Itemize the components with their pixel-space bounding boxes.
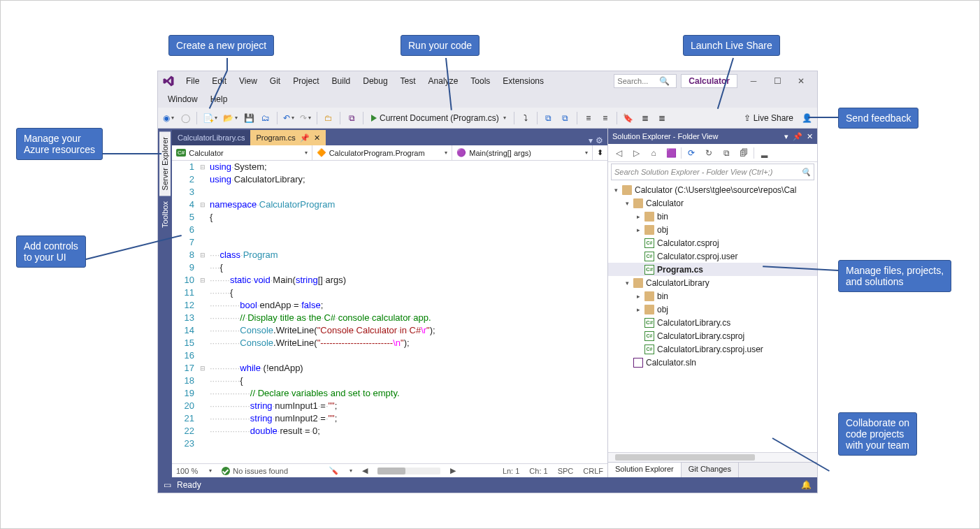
attach-process-button[interactable]: ⧉ <box>344 110 359 126</box>
menu-extensions[interactable]: Extensions <box>497 73 549 89</box>
indent-more-icon[interactable]: ≡ <box>598 110 613 126</box>
server-explorer-tab[interactable]: Server Explorer <box>159 131 171 196</box>
lineend-indicator[interactable]: CRLF <box>583 467 603 475</box>
tree-item[interactable]: ▸bin <box>608 289 817 303</box>
open-button[interactable]: 📂▾ <box>221 110 240 126</box>
undo-button[interactable]: ↶▾ <box>281 110 296 126</box>
properties-icon[interactable]: ▂ <box>756 145 772 161</box>
nav-project-dropdown[interactable]: C#Calculator▾ <box>172 145 312 160</box>
editor-status-bar: 100 % ▾ No issues found 🪛 ▾ ◀ ▶ Ln: 1 Ch… <box>172 463 607 477</box>
forward-icon[interactable]: ▷ <box>628 145 644 161</box>
search-input[interactable] <box>617 77 659 85</box>
indent-indicator[interactable]: SPC <box>558 467 574 475</box>
close-tab-icon[interactable]: ✕ <box>314 133 320 143</box>
zoom-level[interactable]: 100 % <box>176 467 198 475</box>
tree-item[interactable]: ▸obj <box>608 303 817 316</box>
toolbox-tab[interactable]: Toolbox <box>159 196 171 233</box>
home-icon[interactable]: ⌂ <box>646 145 661 161</box>
menu-file[interactable]: File <box>180 73 205 89</box>
menu-debug[interactable]: Debug <box>357 73 393 89</box>
tree-item[interactable]: ▸obj <box>608 223 817 236</box>
minimize-button[interactable]: ─ <box>742 73 765 89</box>
tree-item[interactable]: CalculatorLibrary.csproj <box>608 329 817 342</box>
start-debug-button[interactable]: Current Document (Program.cs) ▾ <box>367 110 510 126</box>
close-panel-icon[interactable]: ✕ <box>807 132 813 141</box>
menu-git[interactable]: Git <box>264 73 286 89</box>
comment-out-icon[interactable]: ⧉ <box>541 110 556 126</box>
tree-item[interactable]: ▾CalculatorLibrary <box>608 276 817 289</box>
tab-solution-explorer[interactable]: Solution Explorer <box>608 463 682 477</box>
solution-bottom-tabs: Solution Explorer Git Changes <box>608 462 817 477</box>
nav-fwd-button[interactable]: ◯ <box>178 110 193 126</box>
char-indicator: Ch: 1 <box>529 467 547 475</box>
tree-item[interactable]: ▾Calculator (C:\Users\tglee\source\repos… <box>608 183 817 196</box>
startup-project-picker[interactable]: Calculator <box>681 74 737 88</box>
tab-calculatorlibrary[interactable]: CalculatorLibrary.cs <box>172 130 250 145</box>
tree-item[interactable]: ▾Calculator <box>608 196 817 210</box>
show-all-files-icon[interactable]: 🗐 <box>736 145 751 161</box>
menu-build[interactable]: Build <box>326 73 356 89</box>
menu-tools[interactable]: Tools <box>465 73 496 89</box>
back-icon[interactable]: ◁ <box>611 145 626 161</box>
document-tabs: CalculatorLibrary.cs Program.cs📌✕ ▾⚙ <box>172 129 607 145</box>
menu-analyze[interactable]: Analyze <box>423 73 464 89</box>
active-files-dropdown[interactable]: ▾ <box>589 136 593 145</box>
menu-project[interactable]: Project <box>287 73 324 89</box>
menu-window[interactable]: Window <box>162 92 203 107</box>
file-browse-button[interactable]: 🗀 <box>321 110 336 126</box>
nav-method-dropdown[interactable]: 🟣Main(string[] args)▾ <box>452 145 593 160</box>
close-button[interactable]: ✕ <box>789 73 813 89</box>
new-project-button[interactable]: 📄✦▾ <box>201 110 219 126</box>
collapse-all-icon[interactable]: ⧉ <box>719 145 734 161</box>
solution-hscrollbar[interactable] <box>608 452 817 462</box>
maximize-button[interactable]: ☐ <box>765 73 789 89</box>
callout-collab: Collaborate on code projects with your t… <box>838 412 917 456</box>
bookmark-icon[interactable]: 🔖 <box>621 110 636 126</box>
split-editor-button[interactable]: ⬍ <box>593 145 607 160</box>
solution-tree[interactable]: ▾Calculator (C:\Users\tglee\source\repos… <box>608 182 817 452</box>
nav-back-button[interactable]: ◉▾ <box>161 110 176 126</box>
save-all-button[interactable]: 🗂 <box>258 110 273 126</box>
tree-item[interactable]: Calculator.sln <box>608 356 817 369</box>
live-share-button[interactable]: ⇪ Live Share <box>740 113 798 123</box>
step-into-icon[interactable]: ⤵ <box>518 110 533 126</box>
menu-test[interactable]: Test <box>395 73 421 89</box>
bookmark-next-icon[interactable]: ≣ <box>654 110 670 126</box>
search-icon: 🔍 <box>659 76 670 86</box>
uncomment-icon[interactable]: ⧉ <box>558 110 573 126</box>
tree-item[interactable]: CalculatorLibrary.csproj.user <box>608 342 817 356</box>
window-position-icon[interactable]: ▾ <box>784 132 788 141</box>
callout-toolbox: Add controls to your UI <box>16 235 86 268</box>
editor-hscrollbar[interactable] <box>377 468 440 474</box>
menu-view[interactable]: View <box>233 73 263 89</box>
redo-button[interactable]: ↷▾ <box>298 110 313 126</box>
notifications-icon[interactable]: 🔔 <box>801 480 812 490</box>
menu-help[interactable]: Help <box>205 92 233 107</box>
pin-icon[interactable]: 📌 <box>300 133 310 143</box>
issues-indicator[interactable]: No issues found <box>222 467 288 475</box>
tree-item[interactable]: Calculator.csproj <box>608 236 817 249</box>
tree-item[interactable]: ▸bin <box>608 210 817 223</box>
callout-run-code: Run your code <box>401 35 480 56</box>
indent-less-icon[interactable]: ≡ <box>581 110 596 126</box>
solution-search-input[interactable]: Search Solution Explorer - Folder View (… <box>611 164 814 180</box>
tab-git-changes[interactable]: Git Changes <box>682 463 739 477</box>
tree-item[interactable]: Calculator.csproj.user <box>608 249 817 263</box>
sync-icon[interactable]: ↻ <box>701 145 716 161</box>
refresh-icon[interactable]: ⟳ <box>684 145 699 161</box>
output-icon[interactable]: ▭ <box>164 480 171 490</box>
quick-launch-search[interactable]: 🔍 <box>614 74 677 88</box>
nav-class-dropdown[interactable]: 🔶CalculatorProgram.Program▾ <box>312 145 453 160</box>
bookmark-prev-icon[interactable]: ≣ <box>637 110 653 126</box>
text-editor[interactable]: 1234567891011121314151617181920212223 ⊟⊟… <box>172 161 607 463</box>
solution-explorer-toolbar: ◁ ▷ ⌂ 🟪 ⟳ ↻ ⧉ 🗐 ▂ <box>608 144 817 162</box>
tree-item[interactable]: CalculatorLibrary.cs <box>608 316 817 329</box>
screwdriver-icon[interactable]: 🪛 <box>329 466 338 475</box>
save-button[interactable]: 💾 <box>241 110 257 126</box>
visual-studio-window: FileEditViewGitProjectBuildDebugTestAnal… <box>157 71 818 493</box>
pin-panel-icon[interactable]: 📌 <box>793 132 802 141</box>
tab-program[interactable]: Program.cs📌✕ <box>250 130 325 145</box>
switch-views-icon[interactable]: 🟪 <box>663 145 679 161</box>
tab-settings-icon[interactable]: ⚙ <box>596 136 603 145</box>
tree-item[interactable]: Program.cs <box>608 263 817 276</box>
